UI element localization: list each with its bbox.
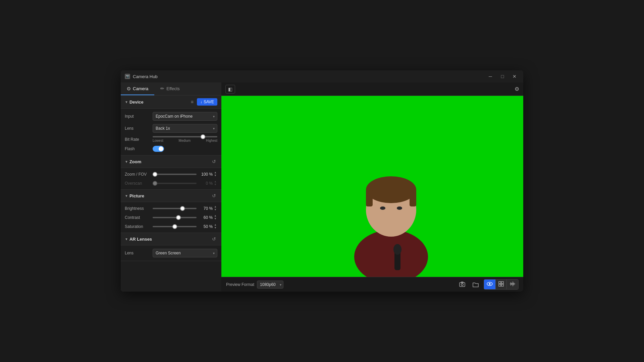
contrast-down-button[interactable]: ▼	[213, 218, 217, 220]
tab-camera[interactable]: ⊙ Camera	[121, 82, 154, 95]
picture-section-title: Picture	[129, 193, 211, 198]
zoom-fov-slider[interactable]	[153, 174, 197, 175]
contrast-control: 60 % ▲ ▼	[153, 215, 217, 220]
ar-reset-button[interactable]: ↺	[211, 236, 217, 242]
saturation-value: 50 %	[199, 224, 213, 229]
screenshot-icon	[459, 281, 466, 288]
overscan-slider	[153, 183, 197, 184]
contrast-up-button[interactable]: ▲	[213, 215, 217, 217]
overscan-value-box: 0 % ▲ ▼	[199, 180, 217, 186]
brightness-value-box: 70 % ▲ ▼	[199, 205, 217, 211]
screenshot-button[interactable]	[457, 279, 468, 290]
flash-toggle-track	[153, 146, 164, 152]
preview-actions	[457, 279, 519, 290]
overscan-down-button: ▼	[213, 183, 217, 186]
contrast-value: 60 %	[199, 215, 213, 220]
brightness-down-button[interactable]: ▼	[213, 208, 217, 211]
title-bar: 📷 Camera Hub ─ □ ✕	[121, 70, 523, 82]
app-title: Camera Hub	[133, 74, 483, 79]
device-chevron-icon: ▼	[125, 100, 128, 104]
saturation-value-box: 50 % ▲ ▼	[199, 224, 217, 229]
brightness-value: 70 %	[199, 206, 213, 211]
bitrate-lowest-label: Lowest	[153, 139, 163, 142]
device-section-title: Device	[129, 100, 190, 105]
bitrate-row: Bit Rate Lowest Medium Highest	[125, 136, 217, 142]
input-select[interactable]: EpocCam on iPhone FaceTime HD Camera USB…	[153, 112, 217, 121]
svg-rect-10	[460, 283, 465, 287]
zoom-reset-button[interactable]: ↺	[211, 158, 217, 165]
preview-eye-button[interactable]	[484, 280, 495, 289]
preview-format-label: Preview Format	[226, 282, 254, 287]
brightness-slider[interactable]	[153, 208, 197, 209]
close-button[interactable]: ✕	[510, 73, 519, 80]
zoom-section-header[interactable]: ▼ Zoom ↺	[121, 156, 221, 168]
saturation-slider[interactable]	[153, 226, 197, 227]
tab-effects[interactable]: ✏ Effects	[154, 82, 186, 95]
svg-rect-15	[499, 282, 501, 284]
zoom-fov-up-button[interactable]: ▲	[213, 171, 217, 174]
zoom-section-title: Zoom	[129, 159, 211, 164]
picture-section-header[interactable]: ▼ Picture ↺	[121, 190, 221, 202]
saturation-down-button[interactable]: ▼	[213, 227, 217, 229]
brightness-control: 70 % ▲ ▼	[153, 205, 217, 211]
device-section-header[interactable]: ▼ Device ≡ ↓ SAVE	[121, 96, 221, 109]
preview-video	[221, 96, 523, 277]
format-select-wrapper: 720p30 720p60 1080p30 1080p60 4K30 ▾	[257, 281, 283, 289]
main-content: ⊙ Camera ✏ Effects ▼ Device ≡ ↓ SAVE	[121, 82, 523, 292]
preview-grid-button[interactable]	[495, 280, 506, 289]
green-screen-background	[221, 96, 523, 277]
ar-lens-select-wrapper: Green Screen None Virtual Background ▾	[153, 249, 217, 257]
input-label: Input	[125, 114, 150, 119]
maximize-button[interactable]: □	[498, 73, 507, 80]
effects-tab-icon: ✏	[160, 86, 164, 91]
input-row: Input EpocCam on iPhone FaceTime HD Came…	[125, 112, 217, 121]
zoom-fov-label: Zoom / FOV	[125, 172, 150, 177]
bitrate-labels: Lowest Medium Highest	[153, 139, 217, 142]
svg-point-7	[397, 206, 402, 210]
flash-toggle[interactable]	[153, 146, 164, 152]
folder-button[interactable]	[470, 279, 481, 290]
svg-point-9	[393, 244, 401, 255]
device-section-controls: ≡ ↓ SAVE	[190, 98, 217, 106]
contrast-slider[interactable]	[153, 217, 197, 218]
zoom-fov-value: 100 %	[199, 172, 213, 177]
zoom-chevron-icon: ▼	[125, 160, 128, 164]
flash-label: Flash	[125, 146, 150, 151]
saturation-row: Saturation 50 % ▲ ▼	[125, 224, 217, 229]
flash-row: Flash	[125, 146, 217, 152]
bitrate-slider[interactable]	[153, 136, 217, 137]
save-button[interactable]: ↓ SAVE	[197, 98, 217, 106]
lens-select-wrapper: Back 1x Back 2x Front ▾	[153, 124, 217, 133]
device-section-body: Input EpocCam on iPhone FaceTime HD Came…	[121, 109, 221, 156]
minimize-button[interactable]: ─	[486, 73, 495, 80]
ar-lens-row: Lens Green Screen None Virtual Backgroun…	[125, 249, 217, 257]
lens-row: Lens Back 1x Back 2x Front ▾	[125, 124, 217, 133]
brightness-label: Brightness	[125, 206, 150, 211]
preview-waveform-button[interactable]	[506, 280, 518, 289]
device-menu-button[interactable]: ≡	[190, 99, 195, 105]
preview-top-bar: ◧ ⚙	[221, 82, 523, 96]
ar-lens-select[interactable]: Green Screen None Virtual Background	[153, 249, 217, 257]
flash-toggle-thumb	[159, 146, 163, 151]
svg-point-14	[489, 283, 491, 285]
picture-reset-button[interactable]: ↺	[211, 192, 217, 199]
lens-select[interactable]: Back 1x Back 2x Front	[153, 124, 217, 133]
zoom-section-controls: ↺	[211, 158, 217, 165]
effects-tab-label: Effects	[166, 86, 180, 91]
overscan-row: Overscan 0 % ▲ ▼	[125, 180, 217, 186]
save-icon: ↓	[200, 100, 202, 104]
picture-chevron-icon: ▼	[125, 194, 128, 198]
zoom-fov-down-button[interactable]: ▼	[213, 174, 217, 177]
view-toggle-group	[484, 279, 519, 290]
ar-lenses-section-header[interactable]: ▼ AR Lenses ↺	[121, 233, 221, 245]
contrast-label: Contrast	[125, 215, 150, 220]
format-select[interactable]: 720p30 720p60 1080p30 1080p60 4K30	[257, 281, 283, 289]
saturation-up-button[interactable]: ▲	[213, 224, 217, 226]
zoom-fov-row: Zoom / FOV 100 % ▲ ▼	[125, 171, 217, 177]
svg-rect-17	[499, 284, 501, 286]
sidebar-toggle-button[interactable]: ◧	[225, 85, 235, 94]
svg-rect-18	[501, 284, 503, 286]
preview-settings-button[interactable]: ⚙	[515, 86, 519, 92]
zoom-fov-control: 100 % ▲ ▼	[153, 171, 217, 177]
brightness-up-button[interactable]: ▲	[213, 205, 217, 208]
